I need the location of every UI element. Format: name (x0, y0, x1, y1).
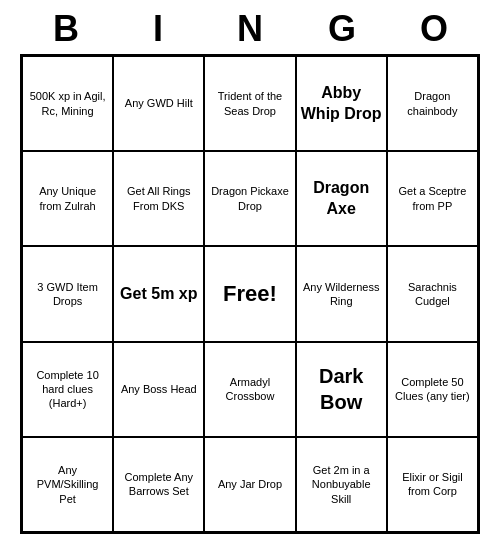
title-letter: O (411, 8, 457, 50)
cell-14[interactable]: Sarachnis Cudgel (387, 246, 478, 341)
cell-8[interactable]: Dragon Axe (296, 151, 387, 246)
title-letter: G (319, 8, 365, 50)
cell-16[interactable]: Any Boss Head (113, 342, 204, 437)
cell-9[interactable]: Get a Sceptre from PP (387, 151, 478, 246)
title-letter: I (135, 8, 181, 50)
cell-7[interactable]: Dragon Pickaxe Drop (204, 151, 295, 246)
cell-23[interactable]: Get 2m in a Nonbuyable Skill (296, 437, 387, 532)
cell-17[interactable]: Armadyl Crossbow (204, 342, 295, 437)
cell-24[interactable]: Elixir or Sigil from Corp (387, 437, 478, 532)
bingo-title: BINGO (20, 0, 480, 54)
cell-12[interactable]: Free! (204, 246, 295, 341)
cell-3[interactable]: Abby Whip Drop (296, 56, 387, 151)
cell-11[interactable]: Get 5m xp (113, 246, 204, 341)
cell-15[interactable]: Complete 10 hard clues (Hard+) (22, 342, 113, 437)
title-letter: N (227, 8, 273, 50)
cell-21[interactable]: Complete Any Barrows Set (113, 437, 204, 532)
cell-19[interactable]: Complete 50 Clues (any tier) (387, 342, 478, 437)
cell-5[interactable]: Any Unique from Zulrah (22, 151, 113, 246)
cell-1[interactable]: Any GWD Hilt (113, 56, 204, 151)
cell-18[interactable]: Dark Bow (296, 342, 387, 437)
cell-10[interactable]: 3 GWD Item Drops (22, 246, 113, 341)
cell-6[interactable]: Get All Rings From DKS (113, 151, 204, 246)
cell-2[interactable]: Trident of the Seas Drop (204, 56, 295, 151)
cell-20[interactable]: Any PVM/Skilling Pet (22, 437, 113, 532)
bingo-grid: 500K xp in Agil, Rc, MiningAny GWD HiltT… (20, 54, 480, 534)
title-letter: B (43, 8, 89, 50)
cell-22[interactable]: Any Jar Drop (204, 437, 295, 532)
cell-13[interactable]: Any Wilderness Ring (296, 246, 387, 341)
cell-0[interactable]: 500K xp in Agil, Rc, Mining (22, 56, 113, 151)
cell-4[interactable]: Dragon chainbody (387, 56, 478, 151)
